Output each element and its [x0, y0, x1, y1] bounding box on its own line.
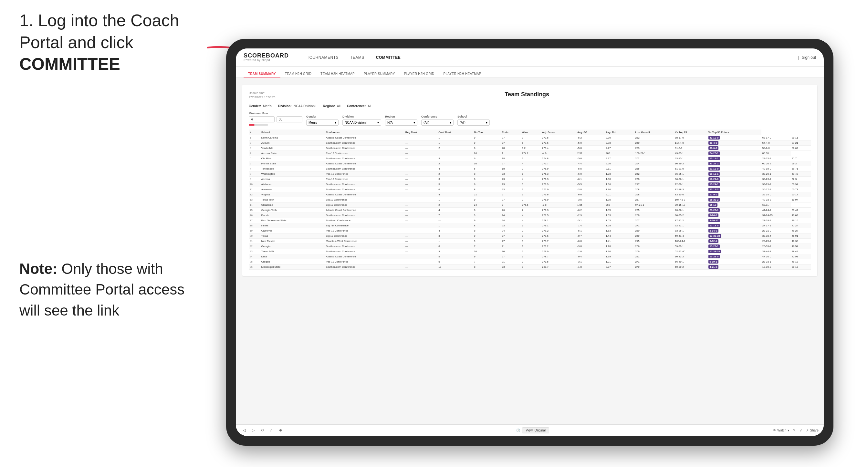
table-cell: 1.39: [605, 254, 634, 259]
toolbar-menu[interactable]: ⋯: [286, 427, 293, 434]
standings-table: # School Conference Reg Rank Conf Rank N…: [249, 129, 811, 270]
table-cell: -5.5: [576, 182, 605, 187]
step-bold: COMMITTEE: [20, 55, 120, 73]
table-cell: 8: [473, 172, 501, 177]
toolbar-back[interactable]: ◁: [241, 427, 247, 434]
table-cell: 87-21-2: [674, 218, 707, 223]
sign-out-link[interactable]: Sign out: [802, 55, 816, 60]
table-cell: 59.94: [791, 197, 811, 203]
table-cell: 5: [437, 182, 473, 187]
table-cell: 265: [634, 166, 674, 172]
sub-nav-team-h2h-grid[interactable]: TEAM H2H GRID: [280, 70, 316, 78]
table-cell: 83-15-0: [674, 192, 707, 197]
table-cell: 12-14-1: [708, 156, 762, 161]
sub-nav-player-h2h-grid[interactable]: PLAYER H2H GRID: [400, 70, 439, 78]
table-cell: Southeastern Conference: [325, 141, 404, 146]
table-cell: 87.21: [791, 141, 811, 146]
table-cell: 1.41: [605, 239, 634, 244]
toolbar-bookmark[interactable]: ☆: [268, 427, 275, 434]
table-cell: -3.5: [576, 197, 605, 203]
table-cell: 1: [437, 197, 473, 203]
nav-teams[interactable]: TEAMS: [345, 53, 370, 62]
header-left: SCOREBOARD Powered by clippd TOURNAMENTS…: [244, 53, 406, 62]
table-cell: 1.55: [605, 218, 634, 223]
table-cell: 7: [249, 166, 260, 172]
sub-nav-player-summary[interactable]: PLAYER SUMMARY: [359, 70, 400, 78]
division-select[interactable]: NCAA Division I ▾: [342, 120, 381, 126]
table-cell: 60.71: [791, 187, 811, 192]
table-cell: 23: [501, 264, 521, 270]
table-cell: 277.0: [541, 187, 576, 192]
table-cell: Pac-12 Conference: [325, 228, 404, 234]
watch-btn[interactable]: 👁 Watch ▾: [773, 429, 789, 432]
score-badge: 12-13-0: [708, 224, 720, 227]
table-cell: 266: [634, 244, 674, 249]
toolbar-reload[interactable]: ↺: [259, 427, 266, 434]
table-cell: Southeastern Conference: [325, 213, 404, 218]
annotate-btn[interactable]: ✎: [793, 429, 796, 432]
logo-main: SCOREBOARD: [244, 53, 289, 59]
table-cell: Big 12 Conference: [325, 203, 404, 208]
table-row: 9ArizonaPac-12 Conference—38234276.3-6.1…: [249, 177, 811, 182]
table-cell: Auburn: [260, 141, 325, 146]
table-cell: 86-25-1: [674, 172, 707, 177]
table-cell: 5: [249, 156, 260, 161]
table-cell: -0.8: [576, 239, 605, 244]
table-cell: 1.85: [576, 203, 605, 208]
score-badge: 9-19-1: [708, 260, 718, 263]
slider-row: [249, 124, 302, 126]
table-cell: 88-17-0: [674, 135, 707, 141]
table-cell: 8-14-0: [708, 228, 762, 234]
table-cell: 69.3: [791, 161, 811, 166]
region-select[interactable]: N/A ▾: [385, 120, 417, 126]
col-vs-top-50: Vs Top 50 Points: [708, 129, 762, 135]
table-cell: 3: [437, 234, 473, 239]
nav-tournaments[interactable]: TOURNAMENTS: [302, 53, 344, 62]
sub-nav-team-summary[interactable]: TEAM SUMMARY: [244, 70, 280, 78]
slider-fill: [249, 124, 254, 126]
toolbar-add[interactable]: ⊕: [277, 427, 284, 434]
slider-track[interactable]: [249, 124, 268, 126]
table-cell: 271: [634, 259, 674, 264]
table-row: 21New MexicoMountain West Conference—192…: [249, 239, 811, 244]
table-cell: Atlantic Coast Conference: [325, 161, 404, 166]
table-cell: 3: [521, 239, 541, 244]
share-btn[interactable]: ↗ Share: [806, 429, 818, 432]
table-cell: 33-26-2: [708, 161, 762, 166]
table-cell: -5.2: [576, 135, 605, 141]
table-cell: 279.2: [541, 244, 576, 249]
view-original-btn[interactable]: View: Original: [522, 427, 549, 433]
toolbar-forward[interactable]: ▷: [250, 427, 256, 434]
sub-nav-team-h2h-heatmap[interactable]: TEAM H2H HEATMAP: [316, 70, 359, 78]
table-cell: 1: [437, 141, 473, 146]
table-cell: 7: [473, 244, 501, 249]
table-cell: -1.4: [576, 223, 605, 228]
table-cell: 9: [473, 197, 501, 203]
table-cell: 59-39-1: [674, 244, 707, 249]
score-badge: 11-19-0: [708, 167, 720, 170]
table-cell: 20-39-1: [762, 244, 791, 249]
table-cell: 0: [521, 259, 541, 264]
table-cell: —: [404, 249, 438, 254]
gender-select[interactable]: Men's ▾: [306, 120, 339, 126]
table-cell: 260: [634, 141, 674, 146]
table-cell: Ole Miss: [260, 156, 325, 161]
table-cell: —: [437, 218, 473, 223]
table-cell: 23: [501, 172, 521, 177]
conference-select[interactable]: (All) ▾: [421, 120, 454, 126]
table-cell: 62.3: [791, 177, 811, 182]
filter-division: Division: NCAA Division I: [278, 104, 317, 108]
expand-btn[interactable]: ⤢: [800, 429, 802, 432]
min-input[interactable]: 4: [249, 116, 275, 122]
sub-nav-player-h2h-heatmap[interactable]: PLAYER H2H HEATMAP: [439, 70, 486, 78]
table-cell: 1: [521, 223, 541, 228]
table-cell: Southeastern Conference: [325, 146, 404, 151]
max-input[interactable]: 30: [277, 116, 302, 122]
table-cell: 3: [249, 146, 260, 151]
nav-committee[interactable]: COMMITTEE: [371, 53, 406, 62]
school-select[interactable]: (All) ▾: [458, 120, 490, 126]
filter-conference: Conference: All: [347, 104, 371, 108]
table-cell: —: [404, 264, 438, 270]
col-reg-rank: Reg Rank: [404, 129, 438, 135]
col-conf-rank: Conf Rank: [437, 129, 473, 135]
